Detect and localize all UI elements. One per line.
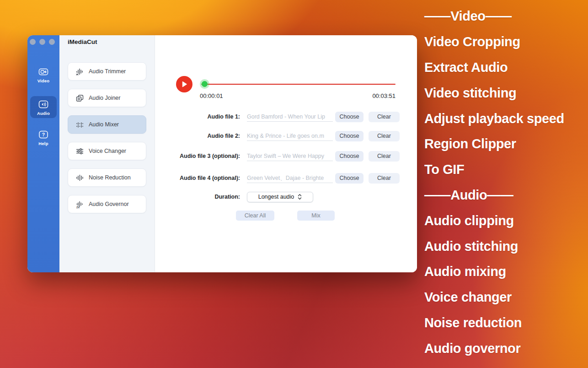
feature-line: To GIF: [424, 157, 564, 183]
tool-button-audio-joiner[interactable]: Audio Joiner: [68, 89, 146, 107]
sidebar-item-video[interactable]: Video: [30, 64, 57, 86]
clear-button[interactable]: Clear: [369, 173, 400, 184]
choose-button[interactable]: Choose: [335, 131, 363, 141]
current-time: 00:00:01: [200, 92, 223, 99]
tool-button-audio-mixer[interactable]: Audio Mixer: [68, 115, 146, 134]
sidebar-item-audio[interactable]: Audio: [30, 96, 57, 118]
zoom-window-button[interactable]: [49, 39, 55, 45]
tool-button-voice-changer[interactable]: Voice Changer: [68, 142, 146, 160]
svg-text:2x: 2x: [76, 206, 80, 209]
sliders-icon: [75, 147, 84, 156]
audio-file-label: Audio file 1:: [155, 114, 240, 120]
play-icon: [181, 81, 188, 88]
sidebar-item-label: Audio: [37, 111, 50, 116]
feature-line: Voice changer: [424, 285, 564, 310]
audio-file-input[interactable]: [247, 112, 333, 122]
help-icon: ?: [38, 129, 49, 140]
wallpaper-feature-list: ——Video—— Video Cropping Extract Audio V…: [424, 4, 564, 361]
feature-line: Audio governor: [424, 336, 564, 361]
sidebar-item-label: Video: [37, 78, 50, 83]
audio-file-row: Audio file 1: Choose Clear: [155, 111, 400, 122]
duration-selected-value: Longest audio: [258, 194, 294, 200]
tool-button-noise-reduction[interactable]: Noise Reduction: [68, 168, 146, 187]
seek-slider[interactable]: [201, 84, 396, 85]
feature-line: Noise reduction: [424, 310, 564, 336]
chevron-up-down-icon: [298, 194, 302, 200]
audio-file-label: Audio file 4 (optional):: [155, 175, 240, 181]
tool-button-label: Audio Mixer: [89, 121, 119, 128]
audio-file-label: Audio file 3 (optional):: [155, 153, 240, 159]
feature-line: Video stitching: [424, 80, 564, 106]
clear-all-button[interactable]: Clear All: [236, 211, 274, 221]
choose-button[interactable]: Choose: [335, 173, 363, 184]
app-title: iMediaCut: [68, 38, 97, 45]
mix-button[interactable]: Mix: [297, 211, 335, 221]
duration-label: Duration:: [155, 194, 240, 200]
video-icon: [38, 66, 49, 77]
noise-waveform-icon: [75, 173, 84, 182]
close-window-button[interactable]: [30, 39, 36, 45]
feature-line: Audio clipping: [424, 208, 564, 233]
feature-line: Extract Audio: [424, 55, 564, 81]
seek-slider-knob[interactable]: [202, 81, 208, 87]
feature-line: Region Clipper: [424, 131, 564, 157]
tool-button-label: Audio Joiner: [89, 95, 121, 101]
nav-rail: Video Audio ? Help: [27, 35, 59, 272]
clear-button[interactable]: Clear: [369, 131, 400, 141]
choose-button[interactable]: Choose: [335, 151, 363, 162]
tool-button-label: Noise Reduction: [89, 174, 131, 181]
traffic-lights: [30, 39, 55, 45]
action-row: Clear All Mix: [155, 211, 417, 221]
join-cards-icon: [75, 94, 84, 103]
tool-panel: iMediaCut Audio Trimmer Audio Joiner Aud…: [59, 35, 155, 272]
tool-button-label: Voice Changer: [89, 148, 126, 154]
minimize-window-button[interactable]: [39, 39, 45, 45]
tool-button-label: Audio Governor: [89, 201, 129, 207]
tool-button-label: Audio Trimmer: [89, 68, 126, 75]
choose-button[interactable]: Choose: [335, 112, 363, 122]
feature-line: Audio stitching: [424, 233, 564, 259]
waveform-scissors-icon: [75, 67, 84, 76]
total-time: 00:03:51: [359, 92, 396, 99]
feature-line: Audio mixing: [424, 259, 564, 285]
speed-waveform-icon: 2x: [75, 200, 84, 209]
sidebar-item-help[interactable]: ? Help: [30, 126, 57, 148]
audio-file-input[interactable]: [247, 173, 333, 183]
audio-file-label: Audio file 2:: [155, 133, 240, 139]
feature-line: Video Cropping: [424, 29, 564, 55]
duration-select[interactable]: Longest audio: [247, 192, 313, 202]
duration-row: Duration: Longest audio: [155, 191, 313, 202]
audio-file-row: Audio file 2: Choose Clear: [155, 130, 400, 141]
feature-line: ——Video——: [424, 4, 564, 29]
audio-icon: [38, 99, 49, 110]
audio-file-row: Audio file 3 (optional): Choose Clear: [155, 151, 400, 162]
feature-line: ——Audio——: [424, 183, 564, 208]
tool-button-audio-trimmer[interactable]: Audio Trimmer: [68, 62, 146, 81]
mixer-waveform-icon: [75, 120, 84, 129]
svg-text:?: ?: [42, 132, 45, 137]
app-window: Video Audio ? Help iMediaCut Audio Trimm…: [27, 35, 417, 272]
audio-file-input[interactable]: [247, 131, 333, 141]
feature-line: Adjust playback speed: [424, 106, 564, 131]
main-content: 00:00:01 00:03:51 Audio file 1: Choose C…: [155, 35, 417, 272]
clear-button[interactable]: Clear: [369, 151, 400, 162]
play-button[interactable]: [176, 76, 192, 92]
tool-button-audio-governor[interactable]: 2x Audio Governor: [68, 195, 146, 213]
audio-file-input[interactable]: [247, 151, 333, 161]
sidebar-item-label: Help: [38, 141, 48, 146]
clear-button[interactable]: Clear: [369, 112, 400, 122]
audio-file-row: Audio file 4 (optional): Choose Clear: [155, 173, 400, 184]
